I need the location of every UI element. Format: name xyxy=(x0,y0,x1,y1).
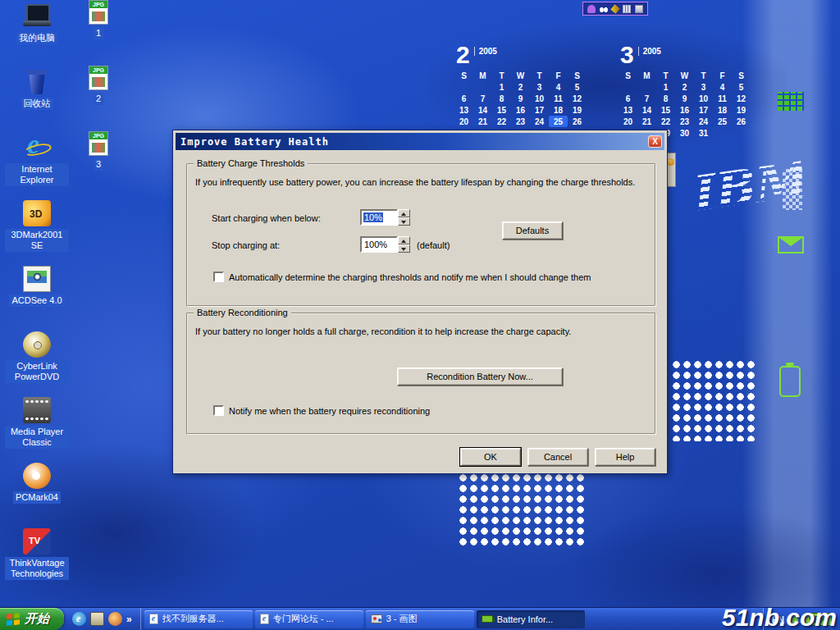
ime-icon[interactable] xyxy=(587,5,596,13)
auto-determine-label: Automatically determine the charging thr… xyxy=(229,272,591,282)
calendar-day: 23 xyxy=(675,116,694,127)
calendar-day-header: S xyxy=(619,70,637,81)
desktop-icon-file-2[interactable]: 2 xyxy=(75,66,121,131)
calendar-day: 25 xyxy=(713,116,732,127)
recycle-icon xyxy=(23,69,51,95)
desktop-icon-3dmark2001-se[interactable]: 3DMark2001 SE xyxy=(5,200,69,266)
quick-launch-desk-icon[interactable] xyxy=(90,612,104,626)
desktop-icon-pcmark04[interactable]: PCMark04 xyxy=(5,463,69,528)
desktop-icon-internet-explorer[interactable]: Internet Explorer xyxy=(5,135,69,200)
laptop-icon xyxy=(23,3,51,30)
calendar-day: 9 xyxy=(675,93,694,104)
improve-battery-health-dialog: Improve Battery Health X Battery Charge … xyxy=(172,130,668,474)
start-button[interactable]: 开始 xyxy=(0,608,64,630)
calendar-day-header: S xyxy=(454,70,473,81)
pcmark-icon xyxy=(23,463,51,489)
recondition-battery-button[interactable]: Recondition Battery Now... xyxy=(397,368,563,386)
desktop-icon-recycle-bin[interactable]: 回收站 xyxy=(5,69,69,135)
calendar-day: 1 xyxy=(656,81,675,93)
spin-up-icon[interactable] xyxy=(398,209,410,217)
menu-icon[interactable] xyxy=(635,5,643,13)
calendar-day: 6 xyxy=(454,93,473,104)
calendar-day: 16 xyxy=(511,104,530,116)
calendar-day: 17 xyxy=(530,104,549,116)
close-icon[interactable]: X xyxy=(648,135,662,148)
calendar-day: 5 xyxy=(732,81,751,93)
stop-threshold-field[interactable]: 100% xyxy=(360,236,398,253)
desktop-icon-file-3[interactable]: 3 xyxy=(75,131,121,197)
calendar-day xyxy=(619,81,637,93)
ibm-logo-fade xyxy=(783,169,802,210)
envelope-decoration-icon xyxy=(778,236,804,253)
cancel-button[interactable]: Cancel xyxy=(527,448,588,466)
power-tray-icon[interactable] xyxy=(790,615,798,623)
calendar-day-header: W xyxy=(511,70,530,81)
task-button[interactable]: 找不到服务器... xyxy=(144,610,253,628)
page-icon xyxy=(260,614,269,624)
start-label: 开始 xyxy=(25,611,49,627)
calendar-day: 8 xyxy=(492,93,511,104)
calendar-day: 20 xyxy=(454,116,473,127)
default-note: (default) xyxy=(417,240,450,250)
calendar-day: 3 xyxy=(530,81,549,93)
battery-reconditioning-group: Battery Reconditioning If your battery n… xyxy=(186,313,655,434)
calendar-day: 24 xyxy=(694,116,713,127)
calendar-day: 16 xyxy=(675,104,694,116)
calendar-day: 2 xyxy=(511,81,530,93)
calendar-day: 30 xyxy=(675,127,694,139)
help-button[interactable]: Help xyxy=(595,448,655,466)
pen-icon[interactable] xyxy=(610,4,619,13)
start-threshold-value: 10% xyxy=(363,212,383,222)
calendar-day: 11 xyxy=(713,93,732,104)
windows-flag-icon xyxy=(7,613,20,626)
battery-percentage[interactable]: 58% xyxy=(804,613,832,626)
ok-button[interactable]: OK xyxy=(460,448,521,466)
notify-recondition-checkbox[interactable] xyxy=(213,405,224,416)
quick-launch-media-icon[interactable] xyxy=(108,612,122,626)
calendar-day: 12 xyxy=(568,93,587,104)
language-indicator[interactable]: EN xyxy=(772,614,784,624)
start-threshold-spinner[interactable]: 10% xyxy=(360,209,410,226)
stop-threshold-spinner[interactable]: 100% xyxy=(360,236,410,253)
auto-determine-checkbox[interactable] xyxy=(213,272,224,282)
calendar-day: 7 xyxy=(637,93,656,104)
calendar-day: 7 xyxy=(473,93,492,104)
spin-down-icon[interactable] xyxy=(398,244,410,253)
mpc-icon xyxy=(23,397,51,423)
calendar-year: 2005 xyxy=(474,47,497,56)
calendar-day: 18 xyxy=(713,104,732,116)
task-button[interactable]: Battery Infor... xyxy=(477,610,585,628)
dialog-titlebar[interactable]: Improve Battery Health X xyxy=(176,133,664,150)
spin-down-icon[interactable] xyxy=(398,217,410,226)
desktop-icon-label: ACDSee 4.0 xyxy=(9,294,64,307)
desktop-icon-acdsee-40[interactable]: ACDSee 4.0 xyxy=(5,266,69,331)
desktop-icon-my-computer[interactable]: 我的电脑 xyxy=(5,3,69,69)
acdsee-icon xyxy=(23,266,51,292)
spin-up-icon[interactable] xyxy=(398,236,410,244)
start-threshold-field[interactable]: 10% xyxy=(360,209,398,226)
defaults-button[interactable]: Defaults xyxy=(502,221,563,240)
task-button[interactable]: 3 - 画图 xyxy=(366,610,474,628)
calendar-day-header: T xyxy=(492,70,511,81)
calendar-day: 2 xyxy=(675,81,694,93)
calendar-day-header: T xyxy=(530,70,549,81)
task-label: 专门网论坛 - ... xyxy=(273,613,334,625)
calendar-day xyxy=(713,127,732,139)
calendar-day: 12 xyxy=(732,93,751,104)
stop-threshold-value: 100% xyxy=(363,240,388,249)
group-title: Battery Reconditioning xyxy=(194,308,291,317)
desktop-icon-label: 我的电脑 xyxy=(16,32,57,44)
task-button[interactable]: 专门网论坛 - ... xyxy=(255,610,363,628)
chevron-more-icon[interactable]: » xyxy=(126,614,132,625)
input-method-bar[interactable] xyxy=(582,2,648,16)
calendar-day: 22 xyxy=(492,116,511,127)
desktop-icon-media-player-classic[interactable]: Media Player Classic xyxy=(5,397,69,463)
desktop-icon-cyberlink-powerdvd[interactable]: CyberLink PowerDVD xyxy=(5,331,69,397)
keyboard-icon[interactable] xyxy=(623,5,631,13)
calendar-day: 20 xyxy=(619,116,637,127)
desktop-icon-thinkvantage-technologies[interactable]: ThinkVantage Technologies xyxy=(5,528,69,594)
desktop-icon-file-1[interactable]: 1 xyxy=(75,0,121,66)
quick-launch-ie-icon[interactable] xyxy=(72,612,86,626)
dot-icon[interactable] xyxy=(600,5,608,13)
calendar-day: 8 xyxy=(656,93,675,104)
